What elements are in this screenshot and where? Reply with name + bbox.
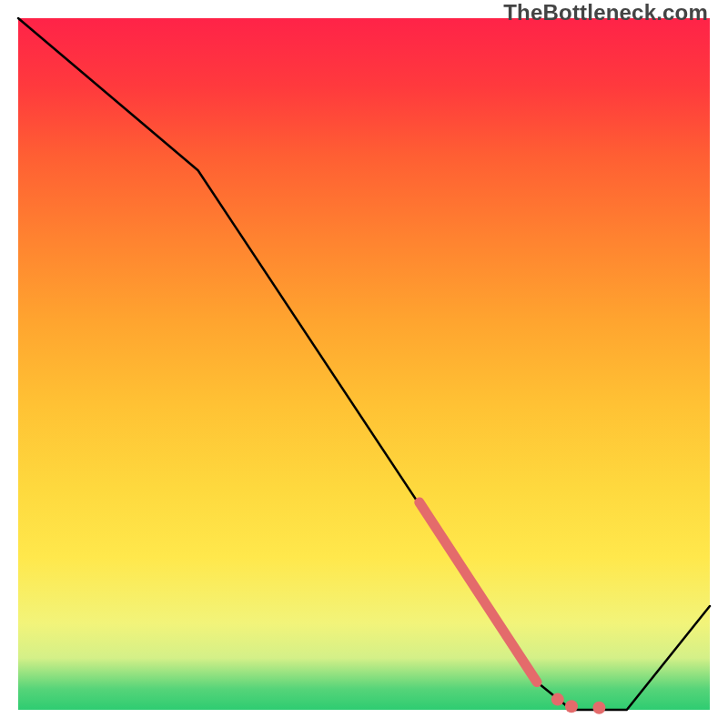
chart-canvas: TheBottleneck.com: [0, 0, 728, 728]
plot-area: [18, 18, 710, 710]
watermark-text: TheBottleneck.com: [503, 0, 708, 25]
